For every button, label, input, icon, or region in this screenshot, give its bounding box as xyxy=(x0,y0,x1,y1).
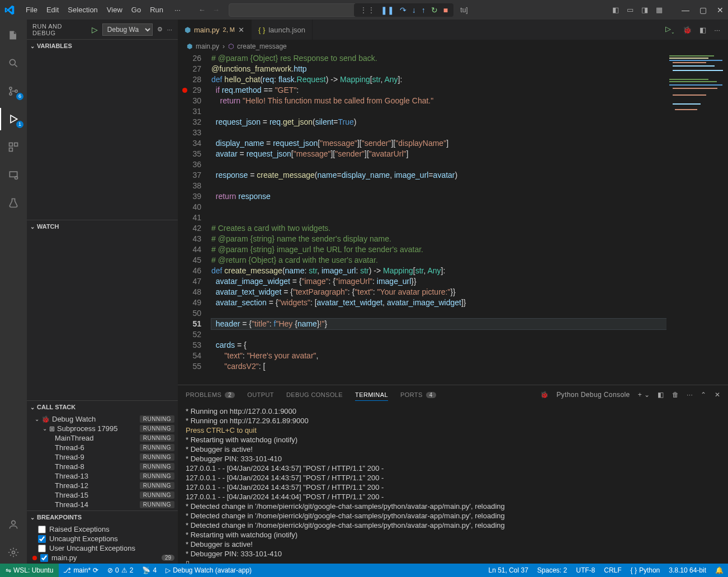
activity-explorer-icon[interactable] xyxy=(0,24,27,46)
panel-more-icon[interactable]: ··· xyxy=(687,391,693,399)
code-line[interactable]: response = create_message(name=display_n… xyxy=(211,170,666,181)
bp-raised[interactable]: Raised Exceptions xyxy=(27,524,178,534)
bp-raised-check[interactable] xyxy=(38,526,46,533)
toggle-panel-right-icon[interactable]: ◨ xyxy=(641,6,648,14)
callstack-row[interactable]: MainThreadRUNNING xyxy=(27,433,178,443)
terminal-body[interactable]: * Running on http://127.0.0.1:9000 * Run… xyxy=(178,404,728,564)
callstack-row[interactable]: Thread-6RUNNING xyxy=(27,443,178,452)
panel-maximize-icon[interactable]: ⌃ xyxy=(701,391,706,399)
bp-user-uncaught-check[interactable] xyxy=(38,545,46,552)
sb-ports[interactable]: 📡4 xyxy=(138,564,161,577)
callstack-row[interactable]: Thread-13RUNNING xyxy=(27,471,178,481)
sb-notifications-icon[interactable]: 🔔 xyxy=(711,564,728,577)
sidebar-more-icon[interactable]: ··· xyxy=(167,26,172,33)
activity-scm-icon[interactable]: 6 xyxy=(0,80,27,102)
code-line[interactable]: # @param {string} image_url the URL for … xyxy=(211,244,666,255)
bp-file[interactable]: main.py29 xyxy=(27,553,178,562)
editor-content[interactable]: # @param {Object} res Response to send b… xyxy=(208,53,666,385)
sb-debug-target[interactable]: ▷Debug Watch (avatar-app) xyxy=(161,564,256,577)
panel-close-icon[interactable]: ✕ xyxy=(715,391,720,399)
new-terminal-icon[interactable]: + ⌄ xyxy=(638,391,650,399)
activity-settings-icon[interactable] xyxy=(0,541,27,564)
sb-eol[interactable]: CRLF xyxy=(599,564,626,577)
code-line[interactable]: avatar_text_widget = {"textParagraph": {… xyxy=(211,287,666,297)
ptab-debug-console[interactable]: DEBUG CONSOLE xyxy=(286,389,343,400)
section-variables[interactable]: ⌄VARIABLES xyxy=(27,40,178,52)
sync-icon[interactable]: ⟳ xyxy=(93,566,98,574)
section-callstack[interactable]: ⌄CALL STACK xyxy=(27,401,178,413)
tab-close-icon[interactable]: ✕ xyxy=(238,26,244,34)
bp-uncaught-check[interactable] xyxy=(38,535,46,543)
run-file-icon[interactable]: ▷⌄ xyxy=(665,25,675,35)
breadcrumb[interactable]: ⬢ main.py › ⬡ create_message xyxy=(178,40,728,53)
code-line[interactable]: return response xyxy=(211,191,666,202)
code-line[interactable]: if req.method == "GET": xyxy=(211,85,666,96)
callstack-row[interactable]: ⌄🐞Debug WatchRUNNING xyxy=(27,414,178,424)
sb-remote[interactable]: ⇋WSL: Ubuntu xyxy=(0,564,59,577)
minimap[interactable] xyxy=(666,53,728,385)
breakpoint-glyph-icon[interactable] xyxy=(182,88,187,93)
start-debug-icon[interactable]: ▷ xyxy=(92,25,98,34)
menu-run[interactable]: Run xyxy=(145,3,168,16)
code-line[interactable]: avatar_section = {"widgets": [avatar_tex… xyxy=(211,297,666,308)
menu-go[interactable]: Go xyxy=(127,3,145,16)
drag-handle-icon[interactable]: ⋮⋮ xyxy=(360,6,375,15)
code-line[interactable]: # @param {Object} res Response to send b… xyxy=(211,53,666,64)
toggle-panel-left-icon[interactable]: ◧ xyxy=(612,6,619,14)
code-line[interactable]: return "Hello! This function must be cal… xyxy=(211,96,666,106)
code-line[interactable]: avatar = request_json["message"]["sender… xyxy=(211,149,666,159)
code-line[interactable]: header = {"title": f"Hey {name}!"} xyxy=(211,319,666,329)
code-line[interactable]: "text": "Here's your avatar", xyxy=(211,351,666,361)
activity-search-icon[interactable] xyxy=(0,52,27,74)
code-line[interactable]: avatar_image_widget = {"image": {"imageU… xyxy=(211,276,666,287)
bp-file-check[interactable] xyxy=(40,554,48,562)
menu-selection[interactable]: Selection xyxy=(63,3,102,16)
editor-more-icon[interactable]: ··· xyxy=(714,26,720,34)
code-line[interactable]: request_json = req.get_json(silent=True) xyxy=(211,117,666,127)
sb-cursor[interactable]: Ln 51, Col 37 xyxy=(484,564,532,577)
code-line[interactable]: def hello_chat(req: flask.Request) -> Ma… xyxy=(211,74,666,85)
ptab-ports[interactable]: PORTS4 xyxy=(400,389,436,400)
ptab-problems[interactable]: PROBLEMS2 xyxy=(186,389,235,400)
debug-restart-icon[interactable]: ↻ xyxy=(431,6,438,15)
debug-stop-icon[interactable]: ■ xyxy=(443,6,448,15)
menu-file[interactable]: File xyxy=(21,3,42,16)
activity-extensions-icon[interactable] xyxy=(0,136,27,158)
customize-layout-icon[interactable]: ▦ xyxy=(656,6,663,14)
code-line[interactable] xyxy=(211,181,666,191)
split-editor-icon[interactable]: ◧ xyxy=(699,26,706,34)
activity-remote-icon[interactable] xyxy=(0,164,27,186)
callstack-row[interactable]: Thread-9RUNNING xyxy=(27,452,178,462)
sb-encoding[interactable]: UTF-8 xyxy=(571,564,599,577)
tab-launch-json[interactable]: { } launch.json xyxy=(252,20,313,40)
code-line[interactable]: # @return {Object} a card with the user'… xyxy=(211,255,666,266)
sb-branch[interactable]: ⎇main*⟳ xyxy=(59,564,103,577)
toggle-panel-bottom-icon[interactable]: ▭ xyxy=(627,6,634,14)
window-minimize-icon[interactable]: — xyxy=(682,6,689,15)
code-line[interactable] xyxy=(211,106,666,117)
debug-step-over-icon[interactable]: ↷ xyxy=(400,6,406,15)
debug-settings-icon[interactable]: ⚙ xyxy=(157,26,163,33)
code-line[interactable] xyxy=(211,329,666,340)
split-terminal-icon[interactable]: ◧ xyxy=(658,391,664,399)
breadcrumb-file[interactable]: main.py xyxy=(196,42,219,50)
code-line[interactable]: def create_message(name: str, image_url:… xyxy=(211,266,666,276)
callstack-row[interactable]: Thread-12RUNNING xyxy=(27,481,178,490)
code-line[interactable] xyxy=(211,159,666,170)
code-line[interactable] xyxy=(211,212,666,223)
code-line[interactable]: cards = { xyxy=(211,340,666,351)
activity-debug-icon[interactable]: 1 xyxy=(0,108,27,130)
callstack-row[interactable]: Thread-14RUNNING xyxy=(27,500,178,509)
nav-forward-icon[interactable]: → xyxy=(212,6,220,14)
activity-testing-icon[interactable] xyxy=(0,192,27,214)
code-line[interactable] xyxy=(211,308,666,319)
window-close-icon[interactable]: ✕ xyxy=(717,6,724,15)
callstack-row[interactable]: Thread-8RUNNING xyxy=(27,462,178,471)
menu-edit[interactable]: Edit xyxy=(42,3,63,16)
bp-uncaught[interactable]: Uncaught Exceptions xyxy=(27,534,178,543)
debug-step-into-icon[interactable]: ↓ xyxy=(412,6,416,15)
sb-interpreter[interactable]: 3.8.10 64-bit xyxy=(664,564,711,577)
code-line[interactable]: @functions_framework.http xyxy=(211,64,666,74)
breadcrumb-symbol[interactable]: create_message xyxy=(237,42,287,50)
window-maximize-icon[interactable]: ▢ xyxy=(699,6,707,15)
